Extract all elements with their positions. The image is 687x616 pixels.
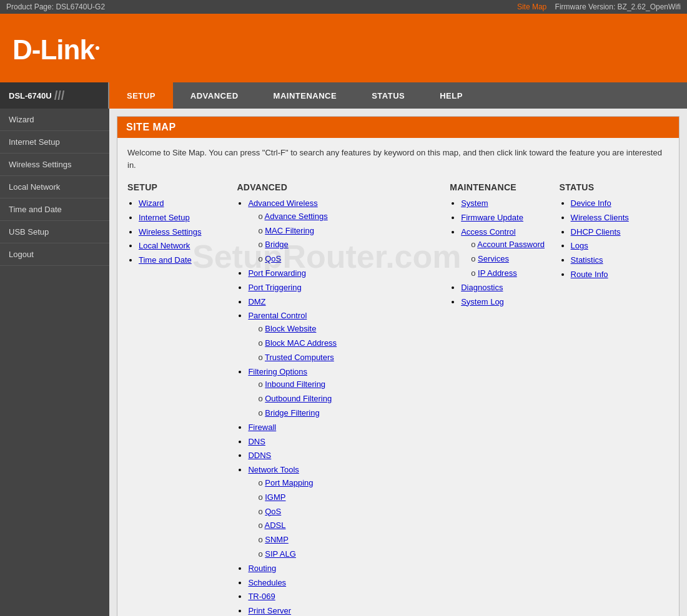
link-local-network[interactable]: Local Network [139,241,190,250]
tab-setup[interactable]: SETUP [109,82,173,109]
link-inbound-filtering[interactable]: Inbound Filtering [265,379,325,389]
sitemap-columns: SETUP Wizard Internet Setup Wireless Set… [127,182,669,616]
link-outbound-filtering[interactable]: Outbound Filtering [265,394,332,403]
link-logs[interactable]: Logs [571,241,588,250]
link-network-tools[interactable]: Network Tools [248,465,299,474]
link-port-triggering[interactable]: Port Triggering [248,283,301,292]
list-item: Port Mapping [258,477,443,490]
link-dns[interactable]: DNS [248,437,265,446]
sitemap-link[interactable]: Site Map [517,2,546,11]
advanced-wireless-sub: Advance Settings MAC Filtering Bridge Qo… [248,210,443,266]
list-item: Logs [571,240,663,253]
sidebar-item-wizard[interactable]: Wizard [0,109,109,131]
link-statistics[interactable]: Statistics [571,255,603,265]
link-dhcp-clients[interactable]: DHCP Clients [571,227,621,237]
nav-tabs: DSL-6740U /// SETUP ADVANCED MAINTENANCE… [0,82,687,109]
tab-status[interactable]: STATUS [354,82,422,109]
link-port-mapping[interactable]: Port Mapping [265,478,313,487]
link-dmz[interactable]: DMZ [248,297,265,306]
sidebar-item-wireless-settings[interactable]: Wireless Settings [0,154,109,176]
link-snmp[interactable]: SNMP [265,535,289,544]
link-time-and-date[interactable]: Time and Date [139,255,192,265]
list-item: SIP ALG [258,548,443,561]
list-item: Time and Date [139,254,230,267]
link-port-forwarding[interactable]: Port Forwarding [248,268,305,278]
list-item: Route Info [571,268,663,281]
sitemap-advanced-list: Advanced Wireless Advance Settings MAC F… [237,197,443,616]
list-item: Inbound Filtering [258,378,443,391]
sidebar-item-local-network[interactable]: Local Network [0,176,109,198]
link-ddns[interactable]: DDNS [248,451,271,460]
link-route-info[interactable]: Route Info [571,270,608,279]
link-tr069[interactable]: TR-069 [248,592,275,601]
list-item: TR-069 [248,590,443,604]
link-wireless-clients[interactable]: Wireless Clients [571,213,629,222]
tab-help[interactable]: HELP [422,82,480,109]
sitemap-status-col: STATUS Device Info Wireless Clients DHCP… [560,182,669,283]
sidebar-item-usb-setup[interactable]: USB Setup [0,221,109,243]
link-qos-net[interactable]: QoS [265,507,281,516]
link-wireless-settings[interactable]: Wireless Settings [139,227,201,237]
list-item: Internet Setup [139,212,230,225]
link-wizard[interactable]: Wizard [139,198,164,208]
sitemap-status-list: Device Info Wireless Clients DHCP Client… [560,197,663,281]
list-item: IGMP [258,491,443,504]
sidebar-item-time-and-date[interactable]: Time and Date [0,198,109,221]
link-schedules[interactable]: Schedules [248,578,286,587]
link-internet-setup[interactable]: Internet Setup [139,213,190,222]
link-parental-control[interactable]: Parental Control [248,311,307,320]
link-bridge[interactable]: Bridge [265,240,289,249]
sidebar-item-logout[interactable]: Logout [0,243,109,266]
welcome-text: Welcome to Site Map. You can press "Ctrl… [127,147,669,171]
link-diagnostics[interactable]: Diagnostics [461,283,503,292]
sitemap-advanced-title: ADVANCED [237,182,443,192]
list-item: Block MAC Address [258,337,443,350]
link-advance-settings[interactable]: Advance Settings [265,212,328,221]
list-item: Firewall [248,421,443,434]
link-mac-filtering[interactable]: MAC Filtering [265,226,314,235]
sitemap-setup-title: SETUP [127,182,230,192]
link-access-control[interactable]: Access Control [461,227,515,237]
content-area: SITE MAP Welcome to Site Map. You can pr… [109,109,687,616]
link-filtering-options[interactable]: Filtering Options [248,367,307,376]
link-advanced-wireless[interactable]: Advanced Wireless [248,198,317,208]
link-trusted-computers[interactable]: Trusted Computers [265,353,334,362]
link-bridge-filtering[interactable]: Bridge Filtering [265,408,319,418]
list-item: Statistics [571,254,663,267]
link-services[interactable]: Services [478,254,509,263]
link-system[interactable]: System [461,198,488,208]
tab-maintenance[interactable]: MAINTENANCE [256,82,355,109]
link-qos-wireless[interactable]: QoS [265,254,281,263]
top-bar-right: Site Map Firmware Version: BZ_2.62_OpenW… [517,2,681,11]
list-item: Services [471,253,553,266]
link-print-server[interactable]: Print Server [248,606,291,615]
link-device-info[interactable]: Device Info [571,198,611,208]
product-page-label: Product Page: DSL6740U-G2 [6,2,105,11]
link-ip-address[interactable]: IP Address [478,268,517,278]
link-firewall[interactable]: Firewall [248,423,276,432]
list-item: Block Website [258,323,443,336]
link-system-log[interactable]: System Log [461,297,504,306]
list-item: Advance Settings [258,210,443,223]
sidebar-item-internet-setup[interactable]: Internet Setup [0,131,109,154]
list-item: DHCP Clients [571,226,663,239]
sidebar: Wizard Internet Setup Wireless Settings … [0,109,109,616]
link-sip-alg[interactable]: SIP ALG [265,549,296,559]
list-item: MAC Filtering [258,225,443,238]
logo-dot [96,46,99,50]
logo: D-Link [12,34,99,66]
list-item: Filtering Options Inbound Filtering Outb… [248,366,443,420]
content-inner: SITE MAP Welcome to Site Map. You can pr… [117,116,680,616]
link-block-website[interactable]: Block Website [265,324,316,333]
list-item: Network Tools Port Mapping IGMP QoS ADSL… [248,464,443,561]
link-adsl[interactable]: ADSL [265,521,286,530]
list-item: QoS [258,506,443,519]
link-firmware-update[interactable]: Firmware Update [461,213,523,222]
link-block-mac-address[interactable]: Block MAC Address [265,338,337,348]
tab-advanced[interactable]: ADVANCED [173,82,256,109]
list-item: Trusted Computers [258,351,443,364]
link-igmp[interactable]: IGMP [265,492,285,502]
sitemap-maintenance-list: System Firmware Update Access Control Ac… [450,197,553,308]
link-routing[interactable]: Routing [248,564,276,573]
link-account-password[interactable]: Account Password [477,240,545,249]
